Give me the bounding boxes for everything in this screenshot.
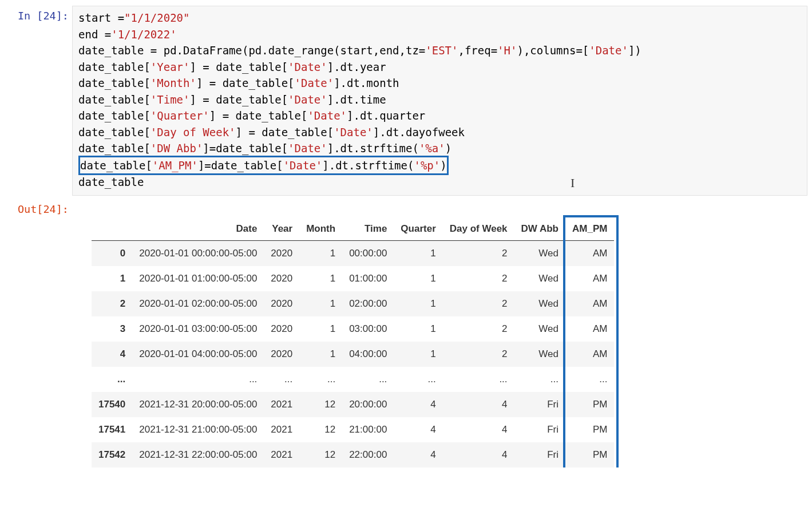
cell: 2 <box>443 266 514 291</box>
cell: 2 <box>443 316 514 342</box>
cell: 12 <box>299 392 342 417</box>
cell: 4 <box>443 392 514 417</box>
cell: 2021 <box>264 417 299 442</box>
cell: 1 <box>394 342 442 367</box>
table-row: ........................... <box>92 367 614 392</box>
cell: 1 <box>299 291 342 316</box>
code-line: date_table['Quarter'] = date_table['Date… <box>78 109 425 122</box>
table-row: 175412021-12-31 21:00:00-05:0020211221:0… <box>92 417 614 442</box>
row-index: 0 <box>92 240 132 266</box>
cell: ... <box>443 367 514 392</box>
cell: 1 <box>394 240 442 266</box>
cell: ... <box>132 367 264 392</box>
cell: Wed <box>514 342 565 367</box>
cell: 2 <box>443 342 514 367</box>
cell: AM <box>565 240 614 266</box>
cell: ... <box>299 367 342 392</box>
cell: 02:00:00 <box>342 291 394 316</box>
code-line: date_table['DW Abb']=date_table['Date'].… <box>78 142 451 154</box>
cell: 4 <box>443 442 514 467</box>
code-line: date_table['Time'] = date_table['Date'].… <box>78 93 386 106</box>
cell: ... <box>394 367 442 392</box>
col-time: Time <box>342 217 394 241</box>
cell: AM <box>565 266 614 291</box>
row-index: 17542 <box>92 442 132 467</box>
col-index <box>92 217 132 241</box>
row-index: 1 <box>92 266 132 291</box>
col-quarter: Quarter <box>394 217 442 241</box>
cell: 20:00:00 <box>342 392 394 417</box>
cell: 12 <box>299 442 342 467</box>
cell: 4 <box>394 392 442 417</box>
code-line: date_table = pd.DataFrame(pd.date_range(… <box>78 44 641 57</box>
row-index: 17541 <box>92 417 132 442</box>
cell: 12 <box>299 417 342 442</box>
cell: Wed <box>514 266 565 291</box>
row-index: 2 <box>92 291 132 316</box>
cell: 2020 <box>264 342 299 367</box>
cell: Fri <box>514 417 565 442</box>
code-line: start ="1/1/2020" <box>78 11 189 24</box>
col-date: Date <box>132 217 264 241</box>
cell: 1 <box>394 291 442 316</box>
cell: 2021 <box>264 392 299 417</box>
row-index: 17540 <box>92 392 132 417</box>
output-prompt: Out[24]: <box>0 199 72 216</box>
cell: 1 <box>299 266 342 291</box>
cell: 2020 <box>264 316 299 342</box>
table-row: 175402021-12-31 20:00:00-05:0020211220:0… <box>92 392 614 417</box>
col-dwabb: DW Abb <box>514 217 565 241</box>
cell: 2021-12-31 21:00:00-05:00 <box>132 417 264 442</box>
cell: 00:00:00 <box>342 240 394 266</box>
cell: Wed <box>514 240 565 266</box>
cell: 2020-01-01 00:00:00-05:00 <box>132 240 264 266</box>
cell: 2020 <box>264 266 299 291</box>
cell: 2020-01-01 03:00:00-05:00 <box>132 316 264 342</box>
row-index: ... <box>92 367 132 392</box>
cell: 2 <box>443 240 514 266</box>
row-index: 3 <box>92 316 132 342</box>
cell: 4 <box>394 417 442 442</box>
cell: PM <box>565 417 614 442</box>
col-year: Year <box>264 217 299 241</box>
table-row: 12020-01-01 01:00:00-05:002020101:00:001… <box>92 266 614 291</box>
row-index: 4 <box>92 342 132 367</box>
cell: AM <box>565 342 614 367</box>
cell: 2021-12-31 22:00:00-05:00 <box>132 442 264 467</box>
cell: 1 <box>299 316 342 342</box>
cell: 2 <box>443 291 514 316</box>
cell: 1 <box>394 316 442 342</box>
table-row: 02020-01-01 00:00:00-05:002020100:00:001… <box>92 240 614 266</box>
cell: 04:00:00 <box>342 342 394 367</box>
cell: PM <box>565 442 614 467</box>
cell: 2020-01-01 01:00:00-05:00 <box>132 266 264 291</box>
cell: 01:00:00 <box>342 266 394 291</box>
highlighted-code-line: date_table['AM_PM']=date_table['Date'].d… <box>78 156 449 176</box>
cell: 1 <box>394 266 442 291</box>
cell: ... <box>514 367 565 392</box>
cell: ... <box>342 367 394 392</box>
cell: 1 <box>299 342 342 367</box>
output-area: Date Year Month Time Quarter Day of Week… <box>72 199 812 467</box>
table-row: 42020-01-01 04:00:00-05:002020104:00:001… <box>92 342 614 367</box>
col-dow: Day of Week <box>443 217 514 241</box>
cell: 2020 <box>264 240 299 266</box>
cell: 2021-12-31 20:00:00-05:00 <box>132 392 264 417</box>
cell: 21:00:00 <box>342 417 394 442</box>
cell: Wed <box>514 291 565 316</box>
cell: 4 <box>394 442 442 467</box>
table-row: 32020-01-01 03:00:00-05:002020103:00:001… <box>92 316 614 342</box>
cell: 2020 <box>264 291 299 316</box>
cell: ... <box>264 367 299 392</box>
text-cursor-icon: I <box>571 173 575 192</box>
cell: AM <box>565 291 614 316</box>
col-ampm: AM_PM <box>565 217 614 241</box>
table-header: Date Year Month Time Quarter Day of Week… <box>92 217 614 241</box>
code-line: end ='1/1/2022' <box>78 28 177 41</box>
table-row: 22020-01-01 02:00:00-05:002020102:00:001… <box>92 291 614 316</box>
cell: Wed <box>514 316 565 342</box>
code-line: date_table['Year'] = date_table['Date'].… <box>78 61 386 73</box>
table-body: 02020-01-01 00:00:00-05:002020100:00:001… <box>92 240 614 467</box>
code-editor[interactable]: start ="1/1/2020" end ='1/1/2022' date_t… <box>72 6 807 196</box>
cell: Fri <box>514 392 565 417</box>
